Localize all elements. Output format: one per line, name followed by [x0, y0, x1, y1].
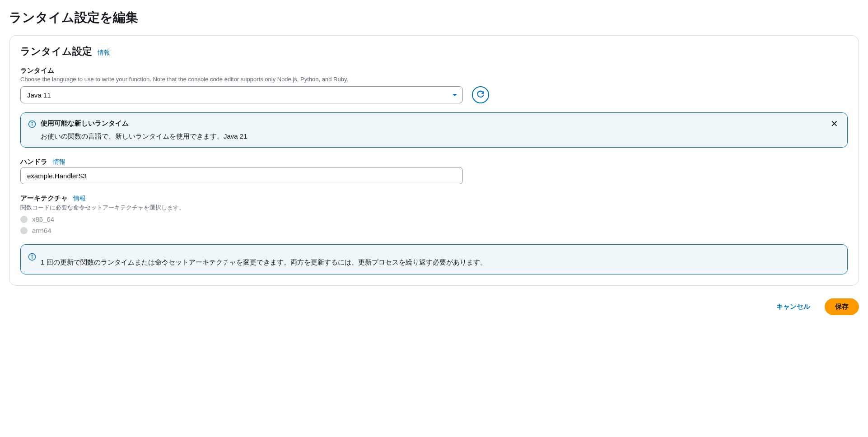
alert-body: 1 回の更新で関数のランタイムまたは命令セットアーキテクチャを変更できます。両方…	[41, 252, 840, 267]
architecture-option-x86[interactable]: x86_64	[20, 215, 848, 223]
architecture-option-arm64[interactable]: arm64	[20, 227, 848, 234]
footer-actions: キャンセル 保存	[9, 298, 859, 315]
architecture-info-link[interactable]: 情報	[73, 195, 86, 203]
handler-label: ハンドラ	[20, 158, 47, 166]
architecture-label-row: アーキテクチャ 情報	[20, 194, 848, 203]
alert-body: 使用可能な新しいランタイム お使いの関数の言語で、新しいランタイムを使用できます…	[41, 119, 824, 141]
runtime-select[interactable]: Java 11	[20, 86, 463, 103]
page-title: ランタイム設定を編集	[9, 9, 859, 26]
save-button[interactable]: 保存	[825, 298, 859, 315]
runtime-description: Choose the language to use to write your…	[20, 76, 848, 83]
alert-text: お使いの関数の言語で、新しいランタイムを使用できます。Java 21	[41, 132, 824, 141]
refresh-icon	[476, 90, 485, 100]
section-header: ランタイム設定 情報	[20, 45, 848, 58]
svg-point-5	[32, 255, 33, 256]
handler-input[interactable]	[20, 167, 463, 184]
close-icon: ✕	[831, 119, 838, 129]
update-info-alert: 1 回の更新で関数のランタイムまたは命令セットアーキテクチャを変更できます。両方…	[20, 244, 848, 274]
section-info-link[interactable]: 情報	[98, 49, 110, 57]
radio-icon	[20, 216, 28, 223]
handler-info-link[interactable]: 情報	[53, 158, 65, 166]
architecture-label: アーキテクチャ	[20, 194, 68, 203]
handler-label-row: ハンドラ 情報	[20, 158, 848, 166]
architecture-description: 関数コードに必要な命令セットアーキテクチャを選択します。	[20, 204, 848, 212]
radio-label: x86_64	[32, 215, 54, 223]
runtime-select-wrapper: Java 11	[20, 86, 463, 103]
refresh-button[interactable]	[472, 86, 489, 103]
radio-label: arm64	[32, 227, 51, 234]
runtime-label-row: ランタイム	[20, 66, 848, 75]
section-title: ランタイム設定	[20, 45, 92, 58]
cancel-button[interactable]: キャンセル	[771, 299, 816, 315]
close-alert-button[interactable]: ✕	[829, 119, 840, 128]
info-icon	[28, 120, 36, 130]
alert-title: 使用可能な新しいランタイム	[41, 119, 824, 128]
svg-point-2	[32, 122, 33, 123]
runtime-label: ランタイム	[20, 66, 54, 75]
alert-text: 1 回の更新で関数のランタイムまたは命令セットアーキテクチャを変更できます。両方…	[41, 258, 840, 267]
runtime-row: Java 11	[20, 86, 848, 103]
runtime-settings-panel: ランタイム設定 情報 ランタイム Choose the language to …	[9, 35, 859, 286]
info-icon	[28, 253, 36, 263]
new-runtime-alert: 使用可能な新しいランタイム お使いの関数の言語で、新しいランタイムを使用できます…	[20, 112, 848, 148]
radio-icon	[20, 227, 28, 234]
architecture-radio-group: x86_64 arm64	[20, 215, 848, 234]
